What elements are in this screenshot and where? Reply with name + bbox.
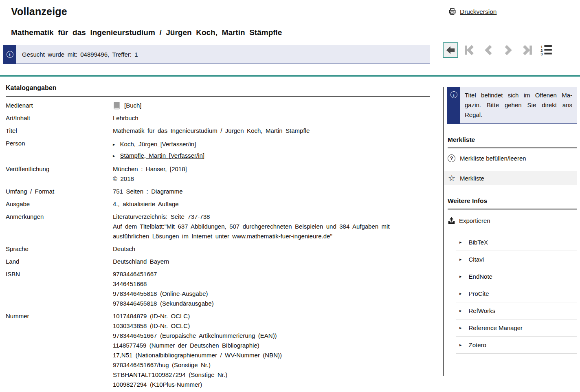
triangle-bullet-icon: ▸ [459, 291, 462, 296]
export-format-reference-manager[interactable]: ▸ Reference Manager [456, 319, 577, 337]
export-format-label: RefWorks [469, 307, 496, 314]
catalog-row-isbn: ISBN 9783446451667 3446451668 9783446455… [6, 268, 430, 310]
catalog-row-sprache: Sprache Deutsch [6, 242, 430, 255]
first-record-icon [464, 44, 476, 56]
row-value: Deutsch [113, 244, 422, 254]
row-value-line: 17,N51 (Nationalbibliographienummer / WV… [113, 350, 422, 360]
catalog-details: Katalogangaben Medienart [Buch] Art/Inha… [6, 84, 430, 391]
row-value: Deutschland Bayern [113, 257, 422, 266]
row-value-line: 9783446451667/hug (Sonstige Nr.) [113, 360, 422, 370]
row-value-line: 1017484879 (ID-Nr. OCLC) [113, 311, 422, 321]
print-version-link[interactable]: Druckversion [448, 8, 497, 15]
row-label: Titel [6, 126, 113, 136]
back-button[interactable] [443, 42, 458, 58]
record-title: Mathematik für das Ingenieurstudium / Jü… [11, 28, 282, 37]
export-format-label: EndNote [469, 273, 492, 280]
catalog-row-land: Land Deutschland Bayern [6, 255, 430, 268]
triangle-bullet-icon: ▸ [459, 343, 462, 347]
catalog-row-art-inhalt: Art/Inhalt Lehrbuch [6, 112, 430, 124]
page-title: Vollanzeige [11, 6, 67, 18]
merkliste-heading: Merkliste [448, 136, 577, 148]
merkliste-label: Merkliste [460, 175, 484, 182]
row-value-line: 9783446455818 (Sekundärausgabe) [113, 299, 422, 308]
person-link-row: ▸ Koch, Jürgen [Verfasser/in] [113, 139, 422, 150]
catalog-row-nummer: Nummer 1017484879 (ID-Nr. OCLC) 10303438… [6, 310, 430, 391]
print-version-label: Druckversion [460, 8, 497, 15]
export-label: Exportieren [459, 217, 490, 224]
person-link[interactable]: Koch, Jürgen [Verfasser/in] [120, 139, 196, 150]
export-format-bibtex[interactable]: ▸ BibTeX [456, 234, 577, 251]
merkliste-button[interactable]: ☆ Merkliste [444, 171, 577, 185]
row-value-line: STBHANTALT1009827294 (Sonstige Nr.) [113, 370, 422, 380]
section-divider-rule [0, 75, 580, 77]
export-format-endnote[interactable]: ▸ EndNote [456, 268, 577, 285]
row-label: Ausgabe [6, 199, 113, 209]
triangle-bullet-icon: ▸ [459, 308, 462, 313]
row-value-line: Literaturverzeichnis: Seite 737-738 [113, 212, 422, 222]
row-label: ISBN [6, 269, 113, 308]
row-label: Anmerkungen [6, 212, 113, 241]
previous-record-button[interactable] [481, 42, 497, 58]
location-notice-text: Titel befindet sich im Offenen Ma­gazin.… [460, 87, 577, 123]
export-format-label: ProCite [469, 290, 489, 297]
last-record-button[interactable] [519, 42, 535, 58]
person-link[interactable]: Stämpfle, Martin [Verfasser/in] [120, 150, 205, 161]
catalog-row-person: Person ▸ Koch, Jürgen [Verfasser/in] ▸ S… [6, 137, 430, 163]
row-label: Medienart [6, 101, 113, 110]
person-link-row: ▸ Stämpfle, Martin [Verfasser/in] [113, 150, 422, 161]
row-value-line: 9783446455818 (Online-Ausgabe) [113, 289, 422, 299]
row-value-line: 1030343858 (ID-Nr. OCLC) [113, 321, 422, 331]
row-value-line: München : Hanser, [2018] [113, 164, 422, 174]
row-value-line: 1148577459 (Nummer der Deutschen Bibliog… [113, 341, 422, 350]
info-icon: i [450, 91, 457, 98]
catalog-row-ausgabe: Ausgabe 4., aktualisierte Auflage [6, 198, 430, 210]
row-value: Lehrbuch [113, 113, 422, 123]
export-format-list: ▸ BibTeX ▸ Citavi ▸ EndNote ▸ ProCite ▸ … [448, 234, 577, 354]
row-value-line: 9783446451667 (Europäische Artikelnummer… [113, 331, 422, 341]
export-format-refworks[interactable]: ▸ RefWorks [456, 302, 577, 319]
row-label: Sprache [6, 244, 113, 254]
star-icon: ☆ [448, 174, 455, 182]
export-format-citavi[interactable]: ▸ Citavi [456, 251, 577, 268]
row-value-line: Auf dem Titelblatt:"Mit 637 Abbildungen,… [113, 222, 422, 241]
notice-accent-strip: i [447, 87, 460, 123]
triangle-bullet-icon: ▸ [113, 142, 115, 147]
result-list-button[interactable]: 1 2 3 [538, 42, 554, 58]
svg-text:3: 3 [540, 52, 543, 56]
back-arrow-icon [445, 45, 456, 55]
book-icon [113, 101, 121, 110]
question-circle-icon: ? [448, 154, 455, 162]
row-label: Nummer [6, 311, 113, 390]
last-record-icon [521, 44, 533, 56]
export-format-label: BibTeX [469, 239, 488, 246]
export-format-zotero[interactable]: ▸ Zotero [456, 337, 577, 354]
row-label: Umfang / Format [6, 187, 113, 196]
row-value-line: 1009827294 (K10Plus-Nummer) [113, 380, 422, 390]
sidebar: i Titel befindet sich im Offenen Ma­gazi… [443, 87, 577, 376]
record-navigation-toolbar: 1 2 3 [443, 42, 554, 58]
numbered-list-icon: 1 2 3 [540, 44, 552, 56]
printer-icon [448, 8, 456, 15]
row-value-line: © 2018 [113, 174, 422, 184]
next-record-button[interactable] [500, 42, 516, 58]
export-format-label: Citavi [469, 256, 484, 263]
row-value: 751 Seiten : Diagramme [113, 187, 422, 196]
row-label: Art/Inhalt [6, 113, 113, 123]
row-value-line: 3446451668 [113, 279, 422, 289]
triangle-bullet-icon: ▸ [459, 326, 462, 330]
merkliste-fill-button[interactable]: ? Merkliste befüllen/leeren [448, 148, 577, 168]
triangle-bullet-icon: ▸ [459, 274, 462, 279]
catalog-row-veroeffentlichung: Veröffentlichung München : Hanser, [2018… [6, 163, 430, 185]
search-notice-text: Gesucht wurde mit: 04899496, Treffer: 1 [16, 45, 138, 64]
export-format-procite[interactable]: ▸ ProCite [456, 285, 577, 302]
export-button[interactable]: Exportieren [448, 209, 577, 231]
location-notice: i Titel befindet sich im Offenen Ma­gazi… [447, 87, 577, 124]
catalog-row-anmerkungen: Anmerkungen Literaturverzeichnis: Seite … [6, 210, 430, 242]
export-format-label: Zotero [469, 341, 486, 348]
catalog-row-medienart: Medienart [Buch] [6, 99, 430, 112]
catalog-heading: Katalogangaben [6, 84, 430, 97]
first-record-button[interactable] [462, 42, 477, 58]
notice-accent-strip: i [3, 45, 16, 64]
next-record-icon [502, 44, 514, 56]
search-result-notice: i Gesucht wurde mit: 04899496, Treffer: … [3, 45, 430, 64]
